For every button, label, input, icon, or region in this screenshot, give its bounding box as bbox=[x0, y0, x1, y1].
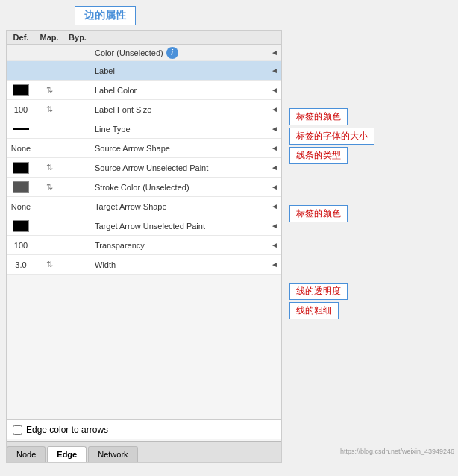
page-title: 边的属性 bbox=[84, 9, 126, 21]
properties-panel: Def. Map. Byp. Color (Unselected) i ◄ bbox=[6, 30, 282, 463]
row-label-font-size: 100 ⇅ Label Font Size ◄ bbox=[7, 100, 281, 119]
val-transparency: 100 bbox=[14, 241, 28, 250]
tab-bar: Node Edge Network bbox=[7, 441, 281, 462]
row-transparency: 100 Transparency ◄ bbox=[7, 236, 281, 255]
annotation-line-type: 线条的类型 bbox=[289, 147, 348, 164]
label-source-arrow-unselected-paint: Source Arrow Unselected Paint bbox=[92, 163, 268, 172]
label-stroke-color-unselected: Stroke Color (Unselected) bbox=[92, 183, 268, 192]
def-label-color[interactable] bbox=[7, 84, 35, 96]
val-width: 3.0 bbox=[15, 260, 26, 269]
row-target-arrow-unselected-paint: Target Arrow Unselected Paint ◄ bbox=[7, 216, 281, 236]
main-container: 边的属性 Def. Map. Byp. Color (Unselected) i bbox=[0, 0, 458, 476]
row-stroke-color-unselected: ⇅ Stroke Color (Unselected) ◄ bbox=[7, 178, 281, 197]
arrow-color-unselected[interactable]: ◄ bbox=[268, 48, 281, 57]
arrow-source-arrow-shape[interactable]: ◄ bbox=[268, 144, 281, 152]
arrow-width[interactable]: ◄ bbox=[268, 260, 281, 269]
header-label bbox=[92, 33, 281, 42]
edge-color-label: Edge color to arrows bbox=[26, 425, 108, 435]
val-target-arrow-shape: None bbox=[11, 202, 31, 211]
annotation-label-color: 标签的颜色 bbox=[289, 108, 348, 125]
swatch-target-arrow[interactable] bbox=[13, 220, 29, 232]
row-target-arrow-shape: None Target Arrow Shape ◄ bbox=[7, 197, 281, 216]
swatch-stroke-color[interactable] bbox=[13, 181, 29, 193]
row-color-unselected: Color (Unselected) i ◄ bbox=[7, 45, 281, 61]
label-width: Width bbox=[92, 260, 268, 269]
label-line-type: Line Type bbox=[92, 125, 268, 134]
row-source-arrow-unselected-paint: ⇅ Source Arrow Unselected Paint ◄ bbox=[7, 158, 281, 178]
sort-icon-source-arrow: ⇅ bbox=[46, 163, 53, 172]
annotation-transparency: 线的透明度 bbox=[289, 283, 348, 300]
def-label-font-size[interactable]: 100 bbox=[7, 105, 35, 114]
swatch-source-arrow[interactable] bbox=[13, 162, 29, 174]
annotation-width: 线的粗细 bbox=[289, 302, 339, 319]
row-label: Label ◄ bbox=[7, 61, 281, 81]
arrow-label-font-size[interactable]: ◄ bbox=[268, 105, 281, 113]
arrow-source-arrow-unselected-paint[interactable]: ◄ bbox=[268, 163, 281, 172]
val-source-arrow-shape: None bbox=[11, 144, 31, 153]
edge-color-checkbox[interactable] bbox=[13, 425, 22, 435]
def-target-arrow-unselected-paint[interactable] bbox=[7, 220, 35, 232]
header-map: Map. bbox=[35, 33, 63, 42]
map-source-arrow-unselected-paint[interactable]: ⇅ bbox=[35, 163, 63, 172]
header-def: Def. bbox=[7, 33, 35, 42]
arrow-target-arrow-shape[interactable]: ◄ bbox=[268, 202, 281, 210]
arrow-label-color[interactable]: ◄ bbox=[268, 86, 281, 94]
swatch-label-color[interactable] bbox=[13, 84, 29, 96]
row-line-type: Line Type ◄ bbox=[7, 119, 281, 139]
line-swatch bbox=[13, 128, 29, 130]
def-source-arrow-shape[interactable]: None bbox=[7, 144, 35, 153]
row-label-color: ⇅ Label Color ◄ bbox=[7, 81, 281, 100]
def-width[interactable]: 3.0 bbox=[7, 260, 35, 269]
arrow-transparency[interactable]: ◄ bbox=[268, 241, 281, 249]
tab-node[interactable]: Node bbox=[7, 446, 46, 462]
tab-network[interactable]: Network bbox=[88, 446, 137, 462]
def-source-arrow-unselected-paint[interactable] bbox=[7, 162, 35, 174]
def-stroke-color-unselected[interactable] bbox=[7, 181, 35, 193]
label-transparency: Transparency bbox=[92, 241, 268, 250]
map-width[interactable]: ⇅ bbox=[35, 260, 63, 269]
property-rows: Color (Unselected) i ◄ Label ◄ bbox=[7, 45, 281, 275]
arrow-stroke-color-unselected[interactable]: ◄ bbox=[268, 183, 281, 191]
map-stroke-color-unselected[interactable]: ⇅ bbox=[35, 183, 63, 191]
arrow-line-type[interactable]: ◄ bbox=[268, 125, 281, 133]
sort-icon-label-color: ⇅ bbox=[46, 86, 53, 94]
annotation-stroke-color: 标签的颜色 bbox=[289, 205, 348, 222]
header-byp: Byp. bbox=[63, 33, 92, 42]
label-source-arrow-shape: Source Arrow Shape bbox=[92, 144, 268, 153]
tab-edge[interactable]: Edge bbox=[47, 446, 87, 462]
def-transparency[interactable]: 100 bbox=[7, 241, 35, 250]
sort-icon-stroke-color: ⇅ bbox=[46, 183, 53, 191]
annotation-font-size: 标签的字体的大小 bbox=[289, 128, 374, 145]
checkbox-area: Edge color to arrows bbox=[7, 419, 281, 439]
title-box: 边的属性 bbox=[75, 6, 136, 25]
label-label-color: Label Color bbox=[92, 86, 268, 95]
sort-icon-label-font-size: ⇅ bbox=[46, 105, 53, 113]
arrow-label[interactable]: ◄ bbox=[268, 66, 281, 75]
def-line-type[interactable] bbox=[7, 128, 35, 130]
map-label-font-size[interactable]: ⇅ bbox=[35, 105, 63, 113]
label-target-arrow-unselected-paint: Target Arrow Unselected Paint bbox=[92, 222, 268, 231]
label-label: Label bbox=[92, 66, 268, 75]
row-source-arrow-shape: None Source Arrow Shape ◄ bbox=[7, 139, 281, 158]
label-target-arrow-shape: Target Arrow Shape bbox=[92, 202, 268, 211]
def-target-arrow-shape[interactable]: None bbox=[7, 202, 35, 211]
label-label-font-size: Label Font Size bbox=[92, 105, 268, 114]
val-label-font-size: 100 bbox=[14, 105, 28, 114]
arrow-target-arrow-unselected-paint[interactable]: ◄ bbox=[268, 222, 281, 230]
row-width: 3.0 ⇅ Width ◄ bbox=[7, 255, 281, 275]
header-row: Def. Map. Byp. bbox=[7, 31, 281, 45]
label-color-unselected: Color (Unselected) i bbox=[92, 47, 268, 59]
sort-icon-width: ⇅ bbox=[46, 260, 53, 269]
watermark: https://blog.csdn.net/weixin_43949246 bbox=[340, 448, 454, 455]
map-label-color[interactable]: ⇅ bbox=[35, 86, 63, 94]
info-icon[interactable]: i bbox=[166, 47, 178, 59]
